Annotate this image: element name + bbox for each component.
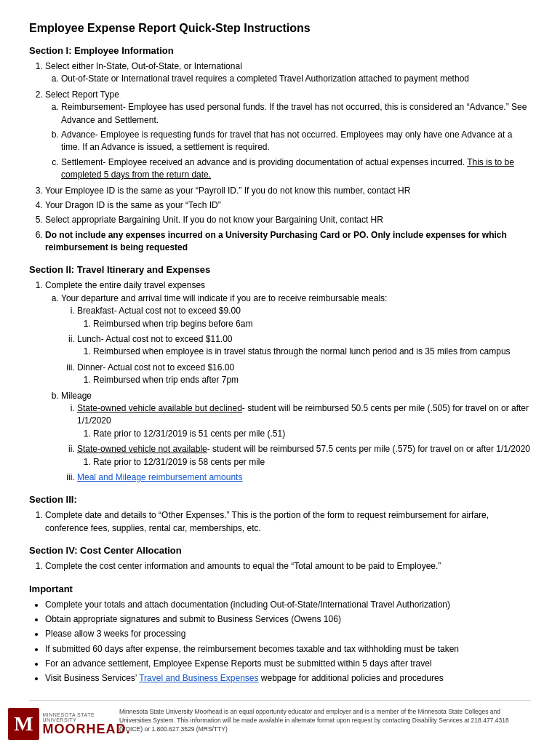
list-item: Your Employee ID is the same as your “Pa… bbox=[45, 185, 531, 197]
footer-logo: M Minnesota State University MOORHEAD. bbox=[29, 708, 109, 740]
state-owned-declined-item: State-owned vehicle available but declin… bbox=[77, 402, 531, 440]
travel-expenses-link[interactable]: Travel and Business Expenses bbox=[139, 673, 258, 683]
dinner-sub: Reimbursed when trip ends after 7pm bbox=[77, 374, 531, 386]
state-owned-unavailable-item: State-owned vehicle not available- stude… bbox=[77, 443, 531, 469]
logo-m-letter: M bbox=[14, 712, 33, 736]
state-owned-declined-label: State-owned vehicle available but declin… bbox=[77, 403, 242, 413]
section3-heading: Section III: bbox=[29, 494, 531, 505]
logo-university-text: Minnesota State University bbox=[42, 712, 130, 722]
section2-sub: Your departure and arrival time will ind… bbox=[45, 292, 531, 484]
list-item: Reimbursement- Employee has used persona… bbox=[61, 101, 531, 127]
list-item: Advance- Employee is requesting funds fo… bbox=[61, 129, 531, 154]
list-item: Your departure and arrival time will ind… bbox=[61, 292, 531, 387]
list-item: For an advance settlement, Employee Expe… bbox=[45, 658, 531, 670]
section2-list: Complete the entire daily travel expense… bbox=[29, 279, 531, 484]
important-heading: Important bbox=[29, 583, 531, 594]
section1-heading: Section I: Employee Information bbox=[29, 45, 531, 56]
list-item: Lunch- Actual cost not to exceed $11.00 … bbox=[77, 333, 531, 359]
meal-mileage-link[interactable]: Meal and Mileage reimbursement amounts bbox=[77, 472, 242, 482]
list-item: Select Report Type Reimbursement- Employ… bbox=[45, 89, 531, 182]
lunch-sub: Reimbursed when employee is in travel st… bbox=[77, 346, 531, 358]
section3-list: Complete date and details to “Other Expe… bbox=[29, 509, 531, 535]
list-item: Reimbursed when employee is in travel st… bbox=[93, 346, 531, 358]
list-item: Select either In-State, Out-of-State, or… bbox=[45, 60, 531, 86]
breakfast-sub: Reimbursed when trip begins before 6am bbox=[77, 318, 531, 330]
meals-list: Breakfast- Actual cost not to exceed $9.… bbox=[61, 305, 531, 386]
list-item: Out-of-State or International travel req… bbox=[61, 73, 531, 85]
mileage-list: State-owned vehicle available but declin… bbox=[61, 402, 531, 484]
list-item: Your Dragon ID is the same as your “Tech… bbox=[45, 199, 531, 212]
list-item: Mileage State-owned vehicle available bu… bbox=[61, 390, 531, 485]
section1-sub2: Reimbursement- Employee has used persona… bbox=[45, 101, 531, 181]
list-item: Reimbursed when trip ends after 7pm bbox=[93, 374, 531, 386]
list-item: Reimbursed when trip begins before 6am bbox=[93, 318, 531, 330]
list-item: If submitted 60 days after expense, the … bbox=[45, 643, 531, 656]
list-item: Complete the cost center information and… bbox=[45, 560, 531, 573]
list-item: Settlement- Employee received an advance… bbox=[61, 156, 531, 182]
section2-heading: Section II: Travel Itinerary and Expense… bbox=[29, 264, 531, 275]
list-item: Dinner- Actual cost not to exceed $16.00… bbox=[77, 362, 531, 387]
section4-heading: Section IV: Cost Center Allocation bbox=[29, 545, 531, 556]
section4-list: Complete the cost center information and… bbox=[29, 560, 531, 573]
list-item: Breakfast- Actual cost not to exceed $9.… bbox=[77, 305, 531, 330]
list-item: Complete your totals and attach document… bbox=[45, 599, 531, 611]
list-item: Select appropriate Bargaining Unit. If y… bbox=[45, 214, 531, 226]
section1-list: Select either In-State, Out-of-State, or… bbox=[29, 60, 531, 254]
page-footer: M Minnesota State University MOORHEAD. M… bbox=[29, 700, 531, 740]
list-item: Rate prior to 12/31/2019 is 51 cents per… bbox=[93, 428, 531, 440]
list-item: Complete the entire daily travel expense… bbox=[45, 279, 531, 484]
important-list: Complete your totals and attach document… bbox=[29, 599, 531, 685]
list-item: Do not include any expenses incurred on … bbox=[45, 229, 531, 255]
section1-sub1: Out-of-State or International travel req… bbox=[45, 73, 531, 85]
list-item: Visit Business Services’ Travel and Busi… bbox=[45, 672, 531, 685]
state-owned-unavailable-label: State-owned vehicle not available bbox=[77, 444, 207, 454]
list-item: Obtain appropriate signatures and submit… bbox=[45, 613, 531, 626]
footer-disclaimer: Minnesota State University Moorhead is a… bbox=[119, 708, 531, 734]
meal-mileage-link-item: Meal and Mileage reimbursement amounts bbox=[77, 471, 531, 484]
list-item: Rate prior to 12/31/2019 is 58 cents per… bbox=[93, 456, 531, 469]
logo-moorhead-text: MOORHEAD. bbox=[42, 722, 130, 736]
page-title: Employee Expense Report Quick-Step Instr… bbox=[29, 22, 531, 35]
list-item: Please allow 3 weeks for processing bbox=[45, 628, 531, 640]
list-item: Complete date and details to “Other Expe… bbox=[45, 509, 531, 535]
